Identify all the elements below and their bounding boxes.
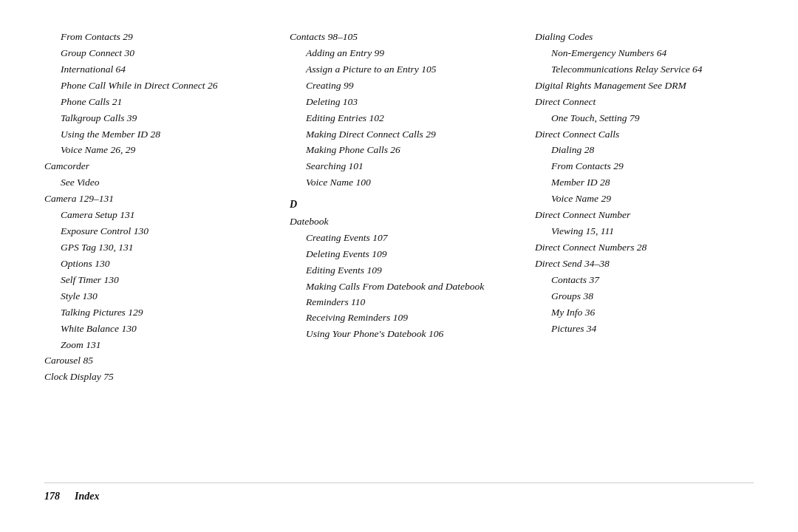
footer-label: Index	[75, 491, 99, 502]
index-entry: Zoom 131	[44, 338, 263, 353]
index-entry: Creating Events 107	[290, 231, 508, 246]
index-entry: Dialing 28	[535, 143, 754, 158]
index-entry: Direct Send 34–38	[535, 256, 754, 272]
index-entry: From Contacts 29	[44, 30, 263, 45]
index-entry: Making Direct Connect Calls 29	[290, 127, 508, 143]
index-entry: One Touch, Setting 79	[535, 111, 754, 126]
index-entry: Pictures 34	[535, 321, 754, 337]
index-entry: Receiving Reminders 109	[290, 310, 508, 326]
index-entry: Camera 129–131	[44, 191, 263, 207]
index-entry: Member ID 28	[535, 175, 754, 191]
index-entry: Talkgroup Calls 39	[44, 111, 263, 126]
index-entry: International 64	[44, 62, 263, 78]
column-2: Contacts 98–105Adding an Entry 99Assign …	[276, 30, 522, 475]
index-entry: Voice Name 26, 29	[44, 143, 263, 158]
index-entry: Making Phone Calls 26	[290, 143, 508, 158]
index-entry: Using the Member ID 28	[44, 127, 263, 143]
index-entry: Phone Call While in Direct Connect 26	[44, 78, 263, 94]
index-entry: My Info 36	[535, 305, 754, 321]
columns: From Contacts 29Group Connect 30Internat…	[44, 30, 754, 475]
index-entry: Non-Emergency Numbers 64	[535, 46, 754, 61]
index-entry: Style 130	[44, 289, 263, 304]
index-entry: Assign a Picture to an Entry 105	[290, 62, 508, 78]
index-entry: Clock Display 75	[44, 369, 263, 385]
index-entry: Camera Setup 131	[44, 208, 263, 223]
column-3: Dialing CodesNon-Emergency Numbers 64Tel…	[522, 30, 754, 475]
index-entry: Voice Name 29	[535, 191, 754, 207]
index-entry: Direct Connect Number	[535, 208, 754, 223]
index-entry: Dialing Codes	[535, 30, 754, 45]
index-entry: Options 130	[44, 256, 263, 272]
index-entry: Creating 99	[290, 78, 508, 94]
index-entry: Talking Pictures 129	[44, 305, 263, 321]
index-entry: Contacts 98–105	[290, 30, 508, 45]
index-entry: Making Calls From Datebook and Datebook …	[290, 279, 508, 310]
index-entry: Direct Connect Numbers 28	[535, 240, 754, 256]
index-entry: Carousel 85	[44, 353, 263, 369]
index-entry: Voice Name 100	[290, 175, 508, 191]
footer-page-number: 178	[44, 491, 60, 502]
index-entry: Self Timer 130	[44, 273, 263, 288]
index-entry: Deleting Events 109	[290, 247, 508, 262]
index-entry: Searching 101	[290, 159, 508, 174]
index-entry: Viewing 15, 111	[535, 224, 754, 239]
index-entry: Group Connect 30	[44, 46, 263, 61]
column-1: From Contacts 29Group Connect 30Internat…	[44, 30, 276, 475]
index-entry: Digital Rights Management See DRM	[535, 78, 754, 94]
index-entry: Editing Entries 102	[290, 111, 508, 126]
index-entry: From Contacts 29	[535, 159, 754, 174]
index-entry: Telecommunications Relay Service 64	[535, 62, 754, 78]
page: From Contacts 29Group Connect 30Internat…	[0, 0, 798, 532]
index-entry: White Balance 130	[44, 321, 263, 337]
index-entry: Editing Events 109	[290, 263, 508, 279]
index-entry: Contacts 37	[535, 273, 754, 288]
index-entry: See Video	[44, 175, 263, 191]
index-entry: Adding an Entry 99	[290, 46, 508, 61]
index-entry: Deleting 103	[290, 95, 508, 110]
index-entry: Datebook	[290, 214, 508, 230]
footer: 178 Index	[44, 482, 754, 502]
index-entry: Using Your Phone's Datebook 106	[290, 327, 508, 342]
index-entry: GPS Tag 130, 131	[44, 240, 263, 256]
index-entry: Phone Calls 21	[44, 95, 263, 110]
index-entry: Exposure Control 130	[44, 224, 263, 239]
index-entry: D	[290, 197, 508, 213]
index-entry: Groups 38	[535, 289, 754, 304]
index-entry: Direct Connect	[535, 95, 754, 110]
index-entry: Camcorder	[44, 159, 263, 174]
index-entry: Direct Connect Calls	[535, 127, 754, 143]
